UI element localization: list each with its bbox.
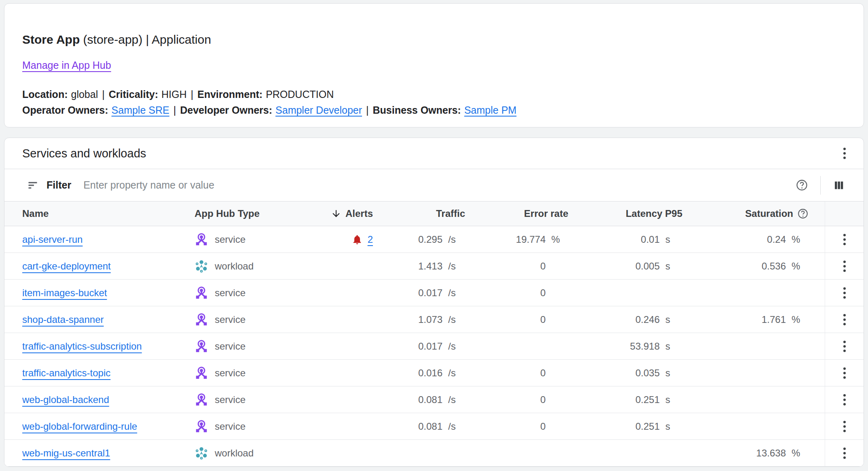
filter-input[interactable] — [83, 179, 796, 191]
latency-p95-unit: s — [660, 421, 682, 432]
operator-owner-link[interactable]: Sample SRE — [112, 104, 169, 116]
developer-owner-link[interactable]: Sampler Developer — [275, 104, 362, 116]
latency-p95-unit: s — [660, 314, 682, 325]
business-owner-link[interactable]: Sample PM — [464, 104, 517, 116]
section-title: Services and workloads — [22, 147, 146, 160]
saturation-value: 1.761 — [762, 314, 786, 325]
latency-p95-value: 0.251 — [635, 394, 660, 405]
sort-descending-icon — [331, 208, 341, 219]
application-name: Store App — [22, 33, 80, 46]
app-hub-service-icon — [195, 313, 208, 327]
latency-p95-unit: s — [660, 367, 682, 379]
table-row: cart-gke-deployment workload 1.413/s 0 — [4, 253, 864, 280]
error-rate-unit: % — [546, 234, 568, 245]
divider — [820, 176, 821, 195]
manage-in-app-hub-link[interactable]: Manage in App Hub — [22, 59, 111, 71]
row-menu-button[interactable] — [840, 231, 849, 248]
app-hub-type-label: service — [215, 314, 246, 325]
table-row: web-global-backend service 0.081/s 0 — [4, 386, 864, 413]
alert-count-link[interactable]: 2 — [368, 234, 373, 245]
saturation-help-icon[interactable] — [797, 208, 809, 219]
table-row: web-global-forwarding-rule service 0.081… — [4, 413, 864, 440]
service-name-link[interactable]: api-server-run — [22, 234, 83, 245]
traffic-unit: /s — [442, 287, 465, 299]
latency-p95-value: 0.01 — [641, 234, 660, 245]
row-menu-button[interactable] — [840, 391, 849, 409]
criticality-value: HIGH — [161, 89, 187, 100]
error-rate-value: 0 — [540, 287, 546, 299]
card-menu-button[interactable] — [840, 144, 849, 162]
app-hub-type-label: workload — [215, 261, 254, 272]
column-header-app-hub-type[interactable]: App Hub Type — [191, 208, 312, 219]
app-hub-service-icon — [195, 339, 208, 353]
latency-p95-value: 53.918 — [630, 341, 660, 352]
service-name-link[interactable]: web-global-backend — [22, 394, 109, 405]
table-row: api-server-run service 2 0.295/s 19.774% — [4, 226, 864, 253]
traffic-value: 0.017 — [418, 341, 442, 352]
traffic-value: 0.081 — [418, 421, 442, 432]
latency-p95-unit: s — [660, 261, 682, 272]
application-attributes: Location:global|Criticality:HIGH|Environ… — [22, 87, 846, 118]
latency-p95-value: 0.246 — [635, 314, 660, 325]
column-header-actions — [825, 202, 864, 226]
error-rate-value: 0 — [540, 261, 546, 272]
business-owners-label: Business Owners: — [373, 104, 461, 116]
filter-icon — [27, 180, 38, 191]
table-row: web-mig-us-central1 workload — [4, 440, 864, 467]
app-hub-type-label: service — [215, 421, 246, 432]
error-rate-value: 0 — [540, 394, 546, 405]
row-menu-button[interactable] — [840, 444, 849, 462]
saturation-value: 0.536 — [762, 261, 786, 272]
app-hub-type-label: service — [215, 367, 246, 379]
column-header-alerts[interactable]: Alerts — [312, 208, 383, 219]
row-menu-button[interactable] — [840, 257, 849, 275]
row-menu-button[interactable] — [840, 364, 849, 382]
latency-p95-unit: s — [660, 234, 682, 245]
table-row: traffic-analytics-topic service 0.016/s … — [4, 360, 864, 386]
traffic-unit: /s — [442, 421, 465, 432]
card-header: Services and workloads — [4, 138, 864, 169]
row-menu-button[interactable] — [840, 337, 849, 355]
service-name-link[interactable]: traffic-analytics-topic — [22, 367, 110, 379]
app-hub-type-label: service — [215, 287, 246, 299]
column-header-error-rate[interactable]: Error rate — [480, 208, 583, 219]
service-name-link[interactable]: traffic-analytics-subscription — [22, 341, 142, 352]
traffic-unit: /s — [442, 234, 465, 245]
column-header-name[interactable]: Name — [22, 208, 191, 219]
page-title: Store App (store-app) | Application — [22, 32, 846, 47]
column-header-latency-p95[interactable]: Latency P95 — [583, 208, 700, 219]
traffic-value: 0.016 — [418, 367, 442, 379]
column-display-options-icon[interactable] — [833, 179, 845, 191]
app-hub-service-icon — [195, 366, 208, 380]
service-name-link[interactable]: web-global-forwarding-rule — [22, 421, 137, 432]
row-menu-button[interactable] — [840, 311, 849, 329]
saturation-value: 0.24 — [767, 234, 786, 245]
row-menu-button[interactable] — [840, 418, 849, 435]
services-and-workloads-card: Services and workloads Filter Name App H… — [4, 138, 864, 467]
location-value: global — [71, 89, 98, 100]
column-header-traffic[interactable]: Traffic — [383, 208, 480, 219]
service-name-link[interactable]: shop-data-spanner — [22, 314, 104, 325]
table-row: traffic-analytics-subscription service 0… — [4, 333, 864, 360]
saturation-unit: % — [786, 261, 809, 272]
traffic-value: 1.073 — [418, 314, 442, 325]
row-menu-button[interactable] — [840, 284, 849, 302]
latency-p95-unit: s — [660, 394, 682, 405]
error-rate-value: 0 — [540, 421, 546, 432]
operator-owners-label: Operator Owners: — [22, 104, 108, 116]
filter-label: Filter — [47, 179, 71, 191]
help-icon[interactable] — [796, 179, 808, 191]
app-hub-service-icon — [195, 420, 208, 433]
service-name-link[interactable]: cart-gke-deployment — [22, 261, 111, 272]
app-hub-type-label: service — [215, 234, 246, 245]
service-name-link[interactable]: web-mig-us-central1 — [22, 448, 110, 459]
column-header-saturation[interactable]: Saturation — [700, 208, 825, 219]
traffic-value: 0.017 — [418, 287, 442, 299]
service-name-link[interactable]: item-images-bucket — [22, 287, 107, 299]
latency-p95-value: 0.035 — [635, 367, 660, 379]
table-row: item-images-bucket service 0.017/s 0 — [4, 280, 864, 306]
table-header-row: Name App Hub Type Alerts Traffic Error r… — [4, 202, 864, 226]
filter-bar: Filter — [4, 169, 864, 202]
app-hub-type-label: service — [215, 394, 246, 405]
application-id-suffix: (store-app) | Application — [80, 33, 211, 46]
